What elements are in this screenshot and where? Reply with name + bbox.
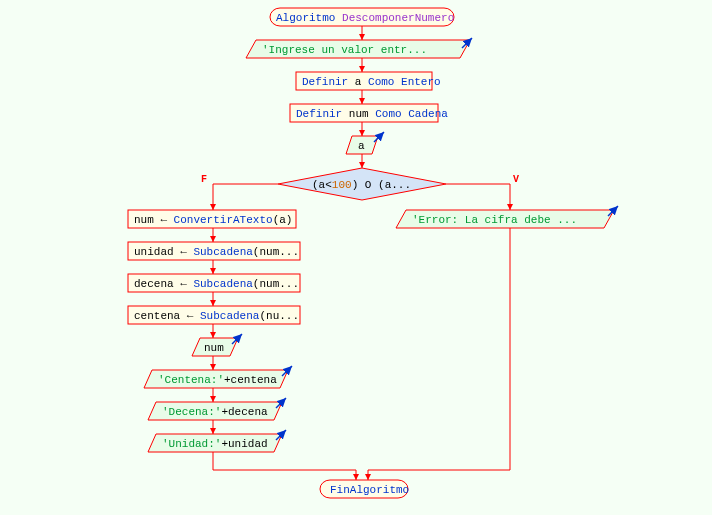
svg-text:Algoritmo
    DescomponerNumer: Algoritmo DescomponerNumero — [276, 12, 454, 24]
start-name: DescomponerNumero — [342, 12, 454, 24]
start-kw: Algoritmo — [276, 12, 335, 24]
svg-text:(a<100) O (a...: (a<100) O (a... — [312, 179, 411, 191]
svg-text:unidad ← Subcadena(num...: unidad ← Subcadena(num... — [134, 246, 299, 258]
svg-text:num ← ConvertirATexto(a): num ← ConvertirATexto(a) — [134, 214, 292, 226]
svg-text:'Decena:'+decena: 'Decena:'+decena — [162, 406, 268, 418]
decision-node: (a<100) O (a... — [278, 168, 446, 200]
false-label: F — [201, 174, 207, 185]
svg-text:'Error: La cifra debe ...: 'Error: La cifra debe ... — [412, 214, 577, 226]
svg-text:Definir
    a
    Como
    Ent: Definir a Como Entero — [302, 76, 441, 88]
svg-text:'Unidad:'+unidad: 'Unidad:'+unidad — [162, 438, 268, 450]
svg-text:num: num — [204, 342, 224, 354]
svg-text:a: a — [358, 140, 365, 152]
out-unidad-node: 'Unidad:'+unidad — [148, 430, 286, 452]
out-num-node: num — [192, 334, 242, 356]
io-prompt-text: 'Ingrese un valor entr... — [262, 44, 427, 56]
svg-text:Definir
    num
    Como
    C: Definir num Como Cadena — [296, 108, 448, 120]
svg-text:'Centena:'+centena: 'Centena:'+centena — [158, 374, 277, 386]
error-node: 'Error: La cifra debe ... — [396, 206, 618, 228]
flowchart-canvas: Algoritmo DescomponerNumero 'Ingrese un … — [0, 0, 712, 515]
true-label: V — [513, 174, 519, 185]
out-centena-node: 'Centena:'+centena — [144, 366, 292, 388]
read-a-node: a — [346, 132, 384, 154]
end-label: FinAlgoritmo — [330, 484, 409, 496]
svg-text:centena ← Subcadena(nu...: centena ← Subcadena(nu... — [134, 310, 299, 322]
svg-text:decena ← Subcadena(num...: decena ← Subcadena(num... — [134, 278, 299, 290]
out-decena-node: 'Decena:'+decena — [148, 398, 286, 420]
io-prompt-node: 'Ingrese un valor entr... — [246, 38, 472, 58]
